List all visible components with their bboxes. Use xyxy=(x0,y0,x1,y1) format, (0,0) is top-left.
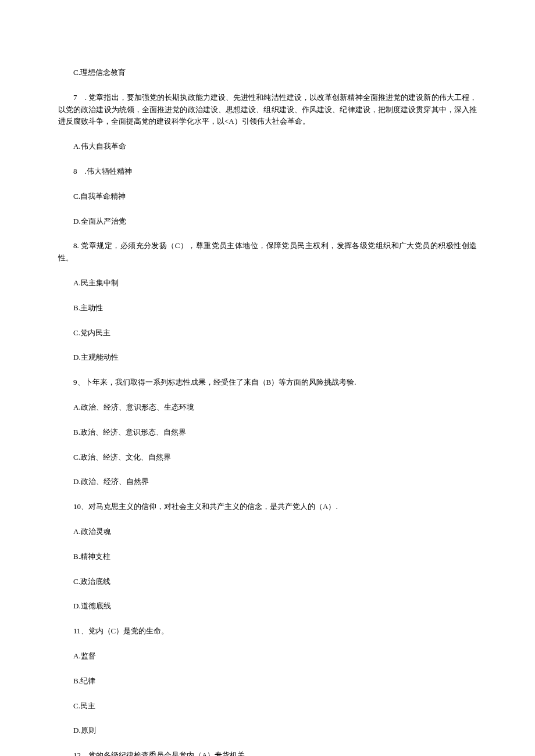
question-text: 8. 党章规定，必须充分发扬（C），尊重党员主体地位，保障党员民主权利，发挥各级… xyxy=(58,240,477,264)
option-text: D.政治、经济、自然界 xyxy=(58,476,477,488)
option-text: A.伟大自我革命 xyxy=(58,141,477,153)
option-text: A.政治灵魂 xyxy=(58,526,477,538)
option-text: A.民主集中制 xyxy=(58,277,477,289)
question-text: 11、党内（C）是党的生命。 xyxy=(58,625,477,637)
option-text: C.民主 xyxy=(58,700,477,712)
question-text: 9、卜年来，我们取得一系列标志性成果，经受住了来自（B）等方面的风险挑战考验. xyxy=(58,377,477,389)
option-text: 8 .伟大牺牲精神 xyxy=(58,166,477,178)
option-text: C.理想信念教育 xyxy=(58,67,477,79)
option-text: C.自我革命精神 xyxy=(58,191,477,203)
option-text: B.政治、经济、意识形态、自然界 xyxy=(58,427,477,439)
option-text: D.原则 xyxy=(58,725,477,737)
option-text: B.精神支柱 xyxy=(58,551,477,563)
option-text: C.政治、经济、文化、自然界 xyxy=(58,452,477,464)
option-text: B.主动性 xyxy=(58,302,477,314)
question-text: 12、党的各级纪律检查委员会是党内（A）专货机关. xyxy=(58,750,477,756)
option-text: B.纪律 xyxy=(58,675,477,687)
question-text: 10、对马克思主义的信仰，对社会主义和共产主义的信念，是共产党人的（A）. xyxy=(58,501,477,513)
option-text: C.党内民主 xyxy=(58,327,477,339)
question-text: 7 . 党章指出，要加强党的长期执政能力建设、先进性和纯洁性建设，以改革创新精神… xyxy=(58,92,477,128)
option-text: C.政治底线 xyxy=(58,576,477,588)
option-text: A.监督 xyxy=(58,650,477,662)
option-text: D.道德底线 xyxy=(58,600,477,612)
option-text: A.政治、经济、意识形态、生态环境 xyxy=(58,402,477,414)
option-text: D.主观能动性 xyxy=(58,352,477,364)
option-text: D.全面从严治党 xyxy=(58,216,477,228)
